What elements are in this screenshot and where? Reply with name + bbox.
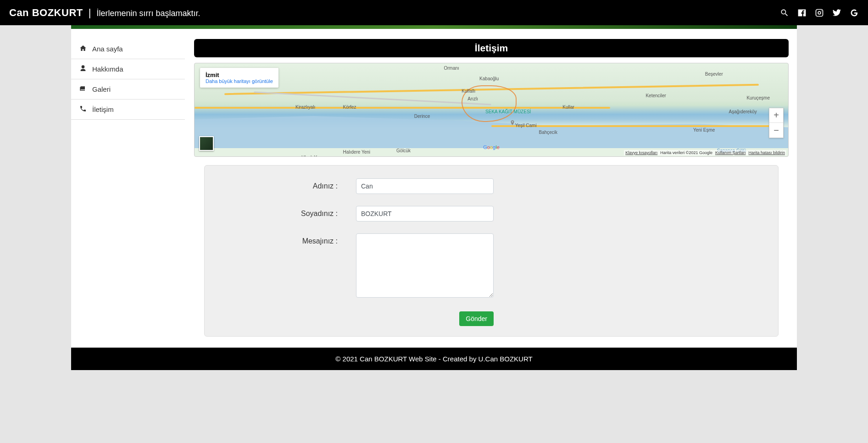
map-town-label: Kullar [562, 105, 574, 110]
main-container: Ana sayfa Hakkımda Galeri İletişim [71, 29, 797, 337]
sidebar-item-contact[interactable]: İletişim [71, 100, 185, 120]
contact-form: Adınız : Soyadınız : Mesajınız : [204, 165, 779, 337]
map-town-label: Derince [414, 114, 430, 119]
message-textarea[interactable] [356, 233, 494, 298]
message-label: Mesajınız : [223, 233, 338, 245]
map-report-link[interactable]: Harita hatası bildirin [748, 150, 785, 155]
map-town-label: Halıdere Yeni [343, 150, 371, 155]
map-larger-link[interactable]: Daha büyük haritayı görüntüle [206, 78, 273, 84]
facebook-icon[interactable] [797, 8, 807, 17]
submit-button[interactable]: Gönder [459, 311, 494, 326]
map-town-label: Yeşil Cami [515, 123, 537, 128]
home-icon [79, 44, 87, 53]
map-zoom-out-button[interactable]: − [769, 123, 783, 138]
map-town-label: Körfez [343, 105, 356, 110]
google-logo: Google [483, 144, 500, 150]
content: İletişim Ormanı Kabaoğlu Kulfallı Arızlı… [194, 39, 797, 337]
footer-text: © 2021 Can BOZKURT Web Site - Created by… [335, 355, 532, 363]
google-icon[interactable] [850, 8, 859, 17]
map-zoom-control: + − [769, 108, 784, 138]
name-label: Adınız : [223, 178, 338, 190]
map-town-label: Bahçecik [539, 130, 558, 135]
footer: © 2021 Can BOZKURT Web Site - Created by… [71, 348, 797, 370]
map-keyboard-link[interactable]: Klavye kısayolları [625, 150, 657, 155]
map-town-label: Beşevler [705, 72, 723, 77]
map-town-label: Yeni Eşme [693, 127, 715, 133]
map-poi-label: SEKA KAĞIT MÜZESİ [485, 109, 531, 114]
footer-gap [71, 337, 797, 348]
map-town-label: Gölcük [396, 148, 411, 153]
map-attribution: Klavye kısayolları Harita verileri ©2021… [624, 150, 786, 155]
map-town-label: Ormanı [444, 66, 459, 71]
map-town-label: Kabaoğlu [479, 76, 499, 81]
search-icon[interactable] [780, 8, 789, 17]
map-town-label: Aşağıdereköy [729, 109, 757, 114]
phone-icon [79, 105, 87, 114]
sidebar-item-home[interactable]: Ana sayfa [71, 39, 185, 59]
header-icons [780, 8, 859, 17]
surname-label: Soyadınız : [223, 206, 338, 218]
sidebar-item-label: Ana sayfa [92, 45, 123, 53]
map-town-label: Arızlı [467, 96, 478, 101]
page-title: İletişim [194, 39, 789, 57]
title-divider: | [89, 7, 91, 19]
map-town-label: Kirazlıyalı [295, 105, 315, 110]
sidebar-item-label: İletişim [92, 105, 114, 113]
header-left: Can BOZKURT | İlerlemenin sırrı başlamak… [9, 7, 200, 19]
user-icon [79, 65, 87, 73]
map-town-label: Ulaşlı Yavuz [301, 155, 327, 157]
map-town-label: Kulfallı [462, 89, 475, 94]
sidebar-item-label: Hakkımda [92, 65, 123, 73]
site-title[interactable]: Can BOZKURT [9, 7, 83, 19]
map-satellite-toggle[interactable] [199, 136, 214, 151]
hero-band [71, 25, 797, 29]
name-input[interactable] [356, 178, 494, 194]
map-pin-icon [509, 118, 516, 125]
map[interactable]: Ormanı Kabaoğlu Kulfallı Arızlı Körfez K… [194, 63, 789, 157]
site-tagline: İlerlemenin sırrı başlamaktır. [96, 9, 200, 18]
map-terms-link[interactable]: Kullanım Şartları [715, 150, 746, 155]
images-icon [79, 85, 87, 94]
map-info-card: İzmit Daha büyük haritayı görüntüle [200, 68, 278, 88]
sidebar-item-gallery[interactable]: Galeri [71, 79, 185, 100]
map-town-label: Ketenciler [645, 93, 666, 98]
twitter-icon[interactable] [832, 8, 841, 17]
surname-input[interactable] [356, 206, 494, 222]
header: Can BOZKURT | İlerlemenin sırrı başlamak… [0, 0, 868, 25]
instagram-icon[interactable] [815, 8, 824, 17]
map-zoom-in-button[interactable]: + [769, 108, 783, 123]
sidebar-item-about[interactable]: Hakkımda [71, 59, 185, 79]
map-town-label: Kuruçeşme [746, 95, 770, 100]
map-place-title: İzmit [206, 72, 273, 78]
map-data-text: Harita verileri ©2021 Google [660, 150, 712, 155]
sidebar-item-label: Galeri [92, 85, 111, 93]
sidebar: Ana sayfa Hakkımda Galeri İletişim [71, 39, 185, 337]
